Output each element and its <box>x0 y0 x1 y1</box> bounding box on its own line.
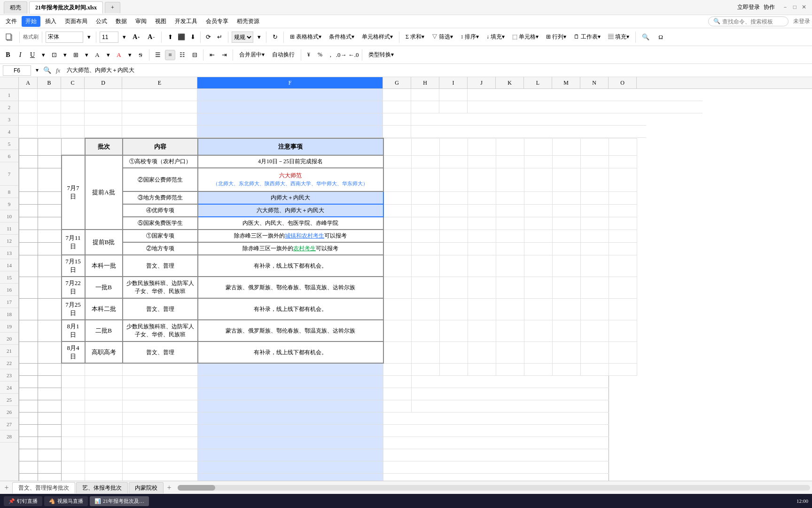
comma-btn[interactable]: , <box>327 48 334 62</box>
cell-F15-notes[interactable]: 有补录，线上线下都有机会。 <box>198 298 383 320</box>
cell-F23[interactable] <box>198 424 383 437</box>
cell-I6[interactable] <box>440 155 468 168</box>
row-num-18[interactable]: 18 <box>0 308 18 320</box>
cell-B9[interactable] <box>38 204 62 217</box>
cell-G17[interactable] <box>383 341 412 363</box>
cell-A2[interactable] <box>19 101 38 113</box>
cell-E27[interactable] <box>123 473 198 481</box>
cell-K10[interactable] <box>496 217 524 230</box>
cell-I10[interactable] <box>440 217 468 230</box>
new-tab-btn[interactable]: + <box>105 2 120 13</box>
cell-C27[interactable] <box>62 473 85 481</box>
row-num-8[interactable]: 8 <box>0 186 18 198</box>
font-size-increase-btn[interactable]: A+ <box>130 31 143 44</box>
cell-A15[interactable] <box>19 298 38 320</box>
currency-btn[interactable]: ¥ <box>304 48 313 62</box>
row-num-4[interactable]: 4 <box>0 126 18 138</box>
cell-B21[interactable] <box>38 400 62 412</box>
cell-O16[interactable] <box>609 320 637 341</box>
cell-A7[interactable] <box>19 168 38 191</box>
cell-J11[interactable] <box>468 230 496 242</box>
cell-F6-notes[interactable]: 4月10日－25日前完成报名 <box>198 155 383 168</box>
cell-D14-batch[interactable]: 一批B <box>85 277 123 298</box>
cell-D4[interactable] <box>85 126 122 138</box>
font-size-input[interactable] <box>100 32 118 43</box>
search-input[interactable] <box>722 18 783 25</box>
cell-M10[interactable] <box>553 217 581 230</box>
login-btn[interactable]: 立即登录 <box>737 3 760 11</box>
cell-O11[interactable] <box>609 230 637 242</box>
menu-formula[interactable]: 公式 <box>92 16 111 27</box>
row-num-17[interactable]: 17 <box>0 296 18 308</box>
cell-B7[interactable] <box>38 168 62 191</box>
cell-ref-input[interactable] <box>3 65 31 76</box>
cell-E7-content[interactable]: ②国家公费师范生 <box>123 168 198 191</box>
cell-B3[interactable] <box>38 113 61 126</box>
italic-btn[interactable]: I <box>15 50 25 60</box>
cell-G21[interactable] <box>383 400 412 412</box>
indent-increase-btn[interactable]: ⇥ <box>219 50 229 60</box>
col-header-B[interactable]: B <box>38 77 61 88</box>
cell-L11[interactable] <box>524 230 553 242</box>
decimal-increase-btn[interactable]: .0→ <box>336 50 346 60</box>
cell-D22[interactable] <box>85 412 123 424</box>
cell-B16[interactable] <box>38 320 62 341</box>
cell-A14[interactable] <box>19 277 38 298</box>
align-right-btn[interactable]: ☷ <box>177 50 187 60</box>
border-dropdown[interactable]: ▾ <box>61 48 69 62</box>
maximize-btn[interactable]: □ <box>793 4 796 10</box>
sort-btn[interactable]: ↕ 排序▾ <box>458 31 482 44</box>
cell-O13[interactable] <box>609 255 637 277</box>
h-scrollbar-thumb[interactable] <box>178 485 215 491</box>
align-justify-btn[interactable]: ⊟ <box>189 50 200 60</box>
cell-M9[interactable] <box>553 204 581 217</box>
cell-G8[interactable] <box>383 191 412 204</box>
row-num-10[interactable]: 10 <box>0 210 18 222</box>
cell-J17[interactable] <box>468 341 496 363</box>
cell-H10[interactable] <box>412 217 440 230</box>
cell-E12-content[interactable]: ②地方专项 <box>123 242 198 255</box>
cell-L10[interactable] <box>524 217 553 230</box>
merge-btn[interactable]: ⊞ <box>70 50 81 60</box>
cell-A12[interactable] <box>19 242 38 255</box>
taskbar-item-1[interactable]: 📌 钉钉直播 <box>4 496 42 506</box>
cell-J9[interactable] <box>468 204 496 217</box>
align-middle-btn[interactable]: ⬛ <box>176 32 187 42</box>
cell-L6[interactable] <box>524 155 553 168</box>
cell-E6-content[interactable]: ①高校专项（农村户口） <box>123 155 198 168</box>
cell-C23[interactable] <box>62 424 85 437</box>
cell-F21[interactable] <box>198 400 383 412</box>
cell-C20[interactable] <box>62 388 85 400</box>
cell-B5[interactable] <box>38 138 62 155</box>
cell-G13[interactable] <box>383 255 412 277</box>
strikethrough-btn[interactable]: S <box>135 50 146 60</box>
row-num-25[interactable]: 25 <box>0 394 18 406</box>
cell-F7-notes[interactable]: 六大师范 （北师大、东北师大、陕西师大、西南大学、华中师大、华东师大） <box>198 168 383 191</box>
font-color-dropdown[interactable]: ▾ <box>126 48 133 62</box>
cell-E8-content[interactable]: ③地方免费师范生 <box>123 191 198 204</box>
col-header-K[interactable]: K <box>496 77 524 88</box>
cell-E4[interactable] <box>122 126 197 138</box>
cell-N18[interactable] <box>581 363 609 375</box>
row-num-11[interactable]: 11 <box>0 222 18 235</box>
menu-view[interactable]: 视图 <box>151 16 170 27</box>
cell-B13[interactable] <box>38 255 62 277</box>
row-num-12[interactable]: 12 <box>0 235 18 247</box>
merge-dropdown[interactable]: ▾ <box>83 48 90 62</box>
cell-E13-content[interactable]: 普文、普理 <box>123 255 198 277</box>
cell-F27[interactable] <box>198 473 383 481</box>
cell-E16-content[interactable]: 少数民族预科班、边防军人子女、华侨、民族班 <box>123 320 198 341</box>
cell-F14-notes[interactable]: 蒙古族、俄罗斯族、鄂伦春族、鄂温克族、达斡尔族 <box>198 277 383 298</box>
cell-H18[interactable] <box>412 363 440 375</box>
cell-D11-batch[interactable]: 提前B批 <box>85 230 123 255</box>
cell-K13[interactable] <box>496 255 524 277</box>
menu-page-layout[interactable]: 页面布局 <box>61 16 91 27</box>
cell-K16[interactable] <box>496 320 524 341</box>
cell-F1[interactable] <box>197 89 383 101</box>
cell-H11[interactable] <box>412 230 440 242</box>
cell-O7[interactable] <box>609 168 637 191</box>
cell-E26[interactable] <box>123 461 198 473</box>
cell-A24[interactable] <box>19 437 38 449</box>
menu-file[interactable]: 文件 <box>2 16 21 27</box>
cell-L17[interactable] <box>524 341 553 363</box>
